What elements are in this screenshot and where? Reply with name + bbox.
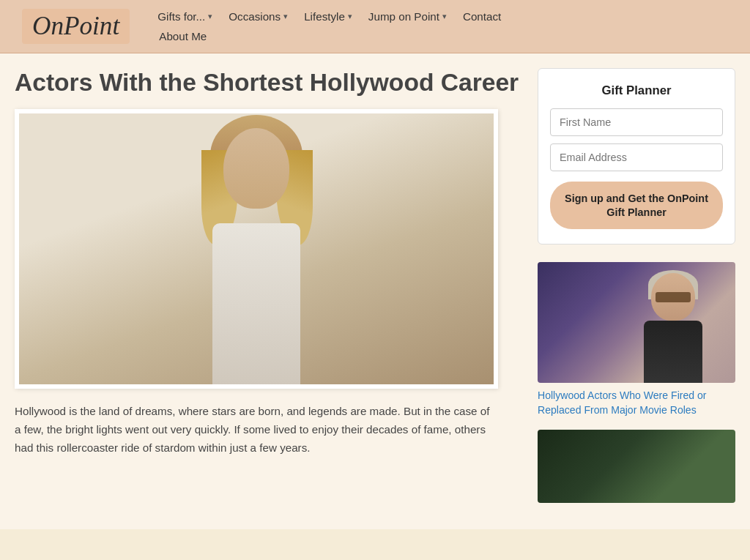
related-image-placeholder-1	[538, 262, 735, 383]
nav-item-gifts[interactable]: Gifts for... ▾	[152, 7, 218, 26]
related-article-2	[538, 430, 735, 503]
sign-up-button[interactable]: Sign up and Get the OnPoint Gift Planner	[550, 182, 723, 229]
nav-top-row: Gifts for... ▾ Occasions ▾ Lifestyle ▾ J…	[152, 7, 507, 26]
main-nav: Gifts for... ▾ Occasions ▾ Lifestyle ▾ J…	[152, 7, 507, 45]
logo-area[interactable]: OnPoint	[22, 9, 130, 44]
article-image-placeholder	[19, 113, 494, 384]
gift-planner-title: Gift Planner	[550, 83, 723, 98]
chevron-down-icon: ▾	[283, 12, 288, 21]
related-article-1-link[interactable]: Hollywood Actors Who Were Fired or Repla…	[538, 389, 707, 416]
site-header: OnPoint Gifts for... ▾ Occasions ▾ Lifes…	[0, 0, 750, 53]
site-logo[interactable]: OnPoint	[22, 9, 130, 44]
page-container: Actors With the Shortest Hollywood Caree…	[0, 53, 750, 529]
chevron-down-icon: ▾	[442, 12, 447, 21]
article-image	[15, 109, 498, 389]
head	[223, 128, 289, 209]
body	[212, 223, 300, 384]
article-body: Hollywood is the land of dreams, where s…	[15, 402, 498, 457]
gift-planner-box: Gift Planner Sign up and Get the OnPoint…	[538, 68, 735, 244]
chevron-down-icon: ▾	[208, 12, 212, 21]
related-article-1: Hollywood Actors Who Were Fired or Repla…	[538, 262, 735, 417]
email-input[interactable]	[550, 143, 723, 171]
nav-bottom-row: About Me	[152, 27, 507, 45]
related-article-1-image[interactable]	[538, 262, 735, 383]
article-title: Actors With the Shortest Hollywood Caree…	[15, 68, 520, 97]
man-figure	[625, 273, 721, 383]
man-glasses	[656, 292, 691, 302]
nav-item-occasions[interactable]: Occasions ▾	[223, 7, 294, 26]
nav-item-lifestyle[interactable]: Lifestyle ▾	[298, 7, 358, 26]
main-content: Actors With the Shortest Hollywood Caree…	[15, 68, 520, 515]
sidebar: Gift Planner Sign up and Get the OnPoint…	[538, 68, 735, 515]
nav-item-contact[interactable]: Contact	[457, 7, 507, 26]
article-person-figure	[168, 121, 344, 384]
nav-item-jump[interactable]: Jump on Point ▾	[363, 7, 453, 26]
man-head	[651, 273, 695, 321]
first-name-input[interactable]	[550, 108, 723, 136]
nav-item-about[interactable]: About Me	[153, 27, 212, 45]
related-article-2-image[interactable]	[538, 430, 735, 503]
chevron-down-icon: ▾	[348, 12, 352, 21]
man-body	[644, 321, 702, 383]
